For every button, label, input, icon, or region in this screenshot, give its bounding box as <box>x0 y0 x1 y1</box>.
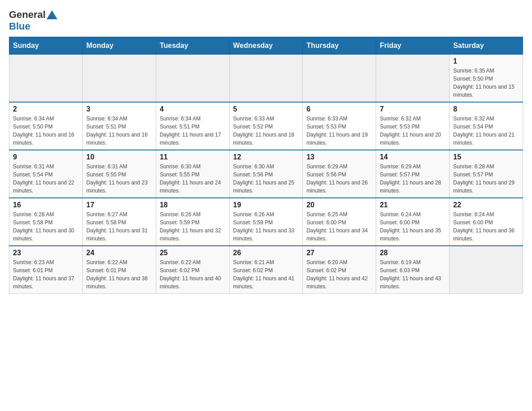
day-number: 17 <box>86 201 152 209</box>
day-of-week-header: Friday <box>376 37 450 55</box>
calendar-week-row: 2Sunrise: 6:34 AMSunset: 5:50 PMDaylight… <box>9 102 523 150</box>
calendar-day-cell: 23Sunrise: 6:23 AMSunset: 6:01 PMDayligh… <box>9 246 83 294</box>
calendar-week-row: 23Sunrise: 6:23 AMSunset: 6:01 PMDayligh… <box>9 246 523 294</box>
calendar-day-cell <box>303 55 376 103</box>
day-of-week-header: Thursday <box>303 37 376 55</box>
day-info: Sunrise: 6:27 AMSunset: 5:58 PMDaylight:… <box>86 210 152 243</box>
day-number: 24 <box>86 249 152 257</box>
day-info: Sunrise: 6:26 AMSunset: 5:59 PMDaylight:… <box>160 210 226 243</box>
day-info: Sunrise: 6:22 AMSunset: 6:02 PMDaylight:… <box>160 258 226 291</box>
day-info: Sunrise: 6:20 AMSunset: 6:02 PMDaylight:… <box>306 258 372 291</box>
calendar-week-row: 16Sunrise: 6:28 AMSunset: 5:58 PMDayligh… <box>9 198 523 246</box>
calendar-day-cell: 22Sunrise: 6:24 AMSunset: 6:00 PMDayligh… <box>450 198 523 246</box>
calendar-day-cell: 8Sunrise: 6:32 AMSunset: 5:54 PMDaylight… <box>450 102 523 150</box>
day-number: 21 <box>380 201 446 209</box>
logo-general-text: General <box>9 9 46 21</box>
day-info: Sunrise: 6:32 AMSunset: 5:54 PMDaylight:… <box>453 115 519 147</box>
day-info: Sunrise: 6:28 AMSunset: 5:58 PMDaylight:… <box>13 210 79 243</box>
calendar-day-cell: 7Sunrise: 6:32 AMSunset: 5:53 PMDaylight… <box>376 102 450 150</box>
calendar-day-cell: 24Sunrise: 6:22 AMSunset: 6:01 PMDayligh… <box>82 246 156 294</box>
calendar-day-cell: 15Sunrise: 6:28 AMSunset: 5:57 PMDayligh… <box>450 150 523 198</box>
calendar-table: SundayMondayTuesdayWednesdayThursdayFrid… <box>9 37 523 294</box>
calendar-day-cell: 16Sunrise: 6:28 AMSunset: 5:58 PMDayligh… <box>9 198 83 246</box>
calendar-day-cell <box>82 55 156 103</box>
day-info: Sunrise: 6:34 AMSunset: 5:50 PMDaylight:… <box>13 115 79 147</box>
day-info: Sunrise: 6:33 AMSunset: 5:52 PMDaylight:… <box>233 115 299 147</box>
day-number: 22 <box>453 201 519 209</box>
day-number: 12 <box>233 153 299 161</box>
calendar-day-cell: 26Sunrise: 6:21 AMSunset: 6:02 PMDayligh… <box>229 246 303 294</box>
day-info: Sunrise: 6:33 AMSunset: 5:53 PMDaylight:… <box>306 115 372 147</box>
calendar-day-cell: 19Sunrise: 6:26 AMSunset: 5:59 PMDayligh… <box>229 198 303 246</box>
calendar-week-row: 1Sunrise: 6:35 AMSunset: 5:50 PMDaylight… <box>9 55 523 103</box>
day-info: Sunrise: 6:34 AMSunset: 5:51 PMDaylight:… <box>160 115 226 147</box>
calendar-day-cell: 28Sunrise: 6:19 AMSunset: 6:03 PMDayligh… <box>376 246 450 294</box>
day-info: Sunrise: 6:34 AMSunset: 5:51 PMDaylight:… <box>86 115 152 147</box>
day-info: Sunrise: 6:24 AMSunset: 6:00 PMDaylight:… <box>453 210 519 243</box>
calendar-day-cell: 21Sunrise: 6:24 AMSunset: 6:00 PMDayligh… <box>376 198 450 246</box>
day-number: 2 <box>13 105 79 113</box>
day-info: Sunrise: 6:24 AMSunset: 6:00 PMDaylight:… <box>380 210 446 243</box>
logo: General Blue <box>9 9 58 32</box>
day-number: 11 <box>160 153 226 161</box>
day-info: Sunrise: 6:19 AMSunset: 6:03 PMDaylight:… <box>380 258 446 291</box>
calendar-day-cell: 3Sunrise: 6:34 AMSunset: 5:51 PMDaylight… <box>82 102 156 150</box>
calendar-day-cell: 11Sunrise: 6:30 AMSunset: 5:55 PMDayligh… <box>156 150 229 198</box>
day-number: 26 <box>233 249 299 257</box>
day-number: 7 <box>380 105 446 113</box>
day-of-week-header: Saturday <box>450 37 523 55</box>
day-info: Sunrise: 6:25 AMSunset: 6:00 PMDaylight:… <box>306 210 372 243</box>
day-number: 8 <box>453 105 519 113</box>
day-of-week-header: Sunday <box>9 37 83 55</box>
day-number: 5 <box>233 105 299 113</box>
calendar-day-cell: 1Sunrise: 6:35 AMSunset: 5:50 PMDaylight… <box>450 55 523 103</box>
calendar-day-cell: 17Sunrise: 6:27 AMSunset: 5:58 PMDayligh… <box>82 198 156 246</box>
calendar-day-cell <box>156 55 229 103</box>
day-info: Sunrise: 6:26 AMSunset: 5:59 PMDaylight:… <box>233 210 299 243</box>
day-number: 1 <box>453 57 519 65</box>
day-number: 3 <box>86 105 152 113</box>
calendar-day-cell: 6Sunrise: 6:33 AMSunset: 5:53 PMDaylight… <box>303 102 376 150</box>
day-info: Sunrise: 6:28 AMSunset: 5:57 PMDaylight:… <box>453 163 519 195</box>
day-number: 6 <box>306 105 372 113</box>
day-info: Sunrise: 6:32 AMSunset: 5:53 PMDaylight:… <box>380 115 446 147</box>
day-of-week-header: Monday <box>82 37 156 55</box>
calendar-day-cell: 4Sunrise: 6:34 AMSunset: 5:51 PMDaylight… <box>156 102 229 150</box>
calendar-day-cell <box>376 55 450 103</box>
day-info: Sunrise: 6:29 AMSunset: 5:56 PMDaylight:… <box>306 163 372 195</box>
calendar-day-cell <box>229 55 303 103</box>
calendar-day-cell: 20Sunrise: 6:25 AMSunset: 6:00 PMDayligh… <box>303 198 376 246</box>
day-number: 28 <box>380 249 446 257</box>
day-info: Sunrise: 6:23 AMSunset: 6:01 PMDaylight:… <box>13 258 79 291</box>
calendar-week-row: 9Sunrise: 6:31 AMSunset: 5:54 PMDaylight… <box>9 150 523 198</box>
calendar-day-cell: 12Sunrise: 6:30 AMSunset: 5:56 PMDayligh… <box>229 150 303 198</box>
calendar-day-cell: 9Sunrise: 6:31 AMSunset: 5:54 PMDaylight… <box>9 150 83 198</box>
calendar-day-cell <box>450 246 523 294</box>
day-number: 18 <box>160 201 226 209</box>
calendar-header-row: SundayMondayTuesdayWednesdayThursdayFrid… <box>9 37 523 55</box>
day-info: Sunrise: 6:29 AMSunset: 5:57 PMDaylight:… <box>380 163 446 195</box>
day-number: 16 <box>13 201 79 209</box>
day-number: 15 <box>453 153 519 161</box>
day-number: 4 <box>160 105 226 113</box>
calendar-day-cell: 14Sunrise: 6:29 AMSunset: 5:57 PMDayligh… <box>376 150 450 198</box>
day-number: 25 <box>160 249 226 257</box>
calendar-day-cell: 27Sunrise: 6:20 AMSunset: 6:02 PMDayligh… <box>303 246 376 294</box>
day-number: 23 <box>13 249 79 257</box>
day-of-week-header: Tuesday <box>156 37 229 55</box>
day-number: 14 <box>380 153 446 161</box>
day-number: 9 <box>13 153 79 161</box>
page-header: General Blue <box>9 9 523 32</box>
day-info: Sunrise: 6:22 AMSunset: 6:01 PMDaylight:… <box>86 258 152 291</box>
day-number: 19 <box>233 201 299 209</box>
calendar-day-cell: 18Sunrise: 6:26 AMSunset: 5:59 PMDayligh… <box>156 198 229 246</box>
calendar-day-cell: 10Sunrise: 6:31 AMSunset: 5:55 PMDayligh… <box>82 150 156 198</box>
day-info: Sunrise: 6:21 AMSunset: 6:02 PMDaylight:… <box>233 258 299 291</box>
calendar-day-cell: 25Sunrise: 6:22 AMSunset: 6:02 PMDayligh… <box>156 246 229 294</box>
calendar-day-cell: 2Sunrise: 6:34 AMSunset: 5:50 PMDaylight… <box>9 102 83 150</box>
day-info: Sunrise: 6:35 AMSunset: 5:50 PMDaylight:… <box>453 67 519 99</box>
day-number: 13 <box>306 153 372 161</box>
day-info: Sunrise: 6:31 AMSunset: 5:55 PMDaylight:… <box>86 163 152 195</box>
day-number: 20 <box>306 201 372 209</box>
logo-triangle-icon <box>47 10 57 19</box>
